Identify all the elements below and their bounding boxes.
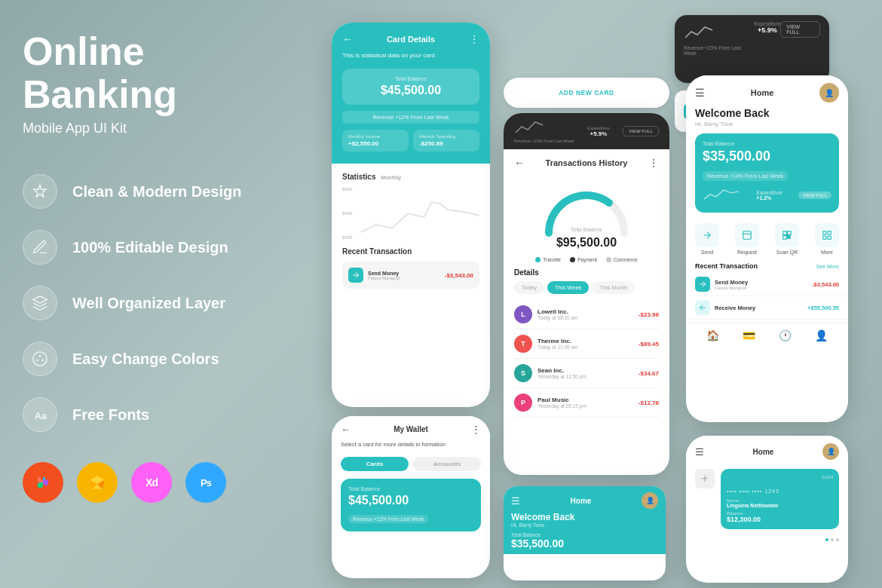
ph1-nav: ← Card Details ⋮ <box>342 33 479 45</box>
ph4-title: My Wallet <box>351 425 471 433</box>
phone1-screen: ← Card Details ⋮ This is statistical dat… <box>332 23 490 407</box>
svg-rect-18 <box>823 236 826 239</box>
svg-point-2 <box>36 360 38 362</box>
ph4-back-icon[interactable]: ← <box>341 424 351 435</box>
send-icon <box>695 223 719 247</box>
ph3-tx-receive: Receive Money +$55,500.55 <box>686 296 848 320</box>
svg-point-4 <box>41 360 44 362</box>
ph1-revenue: Revenue +12% From Last Week <box>342 111 479 124</box>
ph3-receive-tx-icon <box>695 300 710 315</box>
feature-fonts: Aa Free Fonts <box>23 397 302 432</box>
add-new-card-button[interactable]: ADD NEW CARD <box>559 89 614 96</box>
ph5-avatar: 👤 <box>642 492 658 509</box>
ph3-hi: Hi, Barry Tone <box>686 121 848 127</box>
ph3-tx-receive-info: Receive Money <box>715 305 755 311</box>
ph4-menu-icon[interactable]: ⋮ <box>471 424 481 435</box>
ph1-spending-card: Monthly Spending -$250.89 <box>413 130 479 152</box>
ph4-balance-card: Total Balance $45,500.00 Revenue +12% Fr… <box>341 479 481 531</box>
ph3-send-label: Send <box>701 250 713 255</box>
ph3-action-scanqr[interactable]: Scan QR <box>775 223 799 255</box>
main-title: Online Banking <box>23 30 302 116</box>
ph1-recent-title: Recent Transaction <box>342 247 479 256</box>
tab-today[interactable]: Today <box>514 281 544 294</box>
ph1-title: Card Details <box>353 35 469 44</box>
ph3-actions: Send Request Scan QR More <box>686 219 848 259</box>
tab-this-month[interactable]: This Month <box>592 281 635 294</box>
feature-layer-label: Well Organized Layer <box>72 295 225 312</box>
legend-payment: Payment <box>570 257 597 262</box>
ph2-tx-paul: P Paul Music Yesterday at 05:15 pm -$12.… <box>514 388 659 418</box>
ph1-back-icon[interactable]: ← <box>342 33 353 45</box>
ph6-add-btn[interactable]: + <box>695 469 715 488</box>
ph2-back-icon[interactable]: ← <box>514 157 525 169</box>
strip-view-btn[interactable]: VIEW FULL <box>780 21 820 38</box>
ph3-nav: ☰ Home 👤 <box>695 83 839 103</box>
ph1-balance-value: $45,500.00 <box>350 84 472 97</box>
ph2-strip-btn[interactable]: VIEW FULL <box>623 126 659 136</box>
ph6-avatar: 👤 <box>822 443 839 460</box>
feature-colors-label: Easy Change Colors <box>72 351 219 368</box>
ph3-nav-profile[interactable]: 👤 <box>815 329 828 341</box>
ph1-menu-icon[interactable]: ⋮ <box>469 33 479 45</box>
ph2-nav: ← Transactions History ⋮ <box>504 149 669 169</box>
ph6-nav: ☰ Home 👤 <box>695 443 839 460</box>
ph4-tab-accounts[interactable]: Accounts <box>413 457 481 471</box>
ph2-tx-therme: T Therme Inc. Today at 11:45 am -$89.45 <box>514 329 659 359</box>
tab-this-week[interactable]: This Week <box>547 281 589 294</box>
layers-icon <box>23 286 57 320</box>
ph3-nav-card[interactable]: 💳 <box>743 329 755 341</box>
ph3-tx-send-info: Send Money Fiesce Marigold <box>715 279 748 290</box>
ph2-menu-icon[interactable]: ⋮ <box>648 157 659 169</box>
ph2-tx-avatar-3: S <box>514 364 532 382</box>
ph3-send-tx-icon <box>695 277 710 292</box>
ph3-request-label: Request <box>737 250 757 255</box>
ph1-stats-title: Statistics Monthly <box>342 173 479 181</box>
ph1-income-label: Monthly Income <box>348 134 403 139</box>
ph1-balance-card: Total Balance $45,500.00 <box>342 69 479 105</box>
expenditure-label: Expenditure <box>755 21 781 26</box>
ph4-tabs: Cards Accounts <box>341 457 481 471</box>
strip-expenditure: Expenditure +5.9% <box>755 21 781 34</box>
ph2-tx-avatar-1: L <box>514 305 532 323</box>
ph2-strip-exp: Expenditure +5.9% <box>587 126 609 137</box>
ph3-menu-icon[interactable]: ☰ <box>695 87 705 99</box>
ph1-chart: $500 $400 $300 <box>342 187 479 240</box>
ph4-revenue: Revenue +12% From Last Week <box>348 515 428 523</box>
ph6-card-name: Linguina Nettlewater <box>727 503 833 508</box>
text-icon: Aa <box>23 397 57 432</box>
pen-icon <box>23 230 57 265</box>
ph1-spending-label: Monthly Spending <box>419 134 473 139</box>
feature-colors: Easy Change Colors <box>23 341 302 376</box>
ph6-dot-3 <box>836 538 839 541</box>
ph1-tx-amount: -$3,543.00 <box>445 272 473 279</box>
ph3-view-btn[interactable]: VIEW FULL <box>798 191 831 199</box>
ph5-nav: ☰ Home 👤 <box>511 492 658 509</box>
ph3-bottom-nav: 🏠 💳 🕐 👤 <box>686 323 848 348</box>
svg-point-1 <box>33 352 47 366</box>
ph3-nav-home[interactable]: 🏠 <box>706 329 719 341</box>
ph6-menu-icon[interactable]: ☰ <box>695 446 704 458</box>
ph3-action-request[interactable]: Request <box>735 223 759 255</box>
ph2-balance-label: Total Balance <box>571 227 602 232</box>
ph5-menu-icon[interactable]: ☰ <box>511 495 520 507</box>
left-panel: Online Banking Mobile App UI Kit Clean &… <box>23 30 302 503</box>
ph2-white-body: ← Transactions History ⋮ Total Balance $… <box>504 149 669 418</box>
view-full-button[interactable]: VIEW FULL <box>780 21 820 38</box>
ph2-balance-value: $95,500.00 <box>556 236 617 250</box>
ph3-revenue: Revenue +14% From Last Week <box>703 171 788 181</box>
ph3-nav-history[interactable]: 🕐 <box>779 329 792 341</box>
svg-marker-0 <box>33 296 47 303</box>
dark-strip-card: Revenue +23% From Last Week Expenditure … <box>675 15 829 83</box>
ph3-see-more[interactable]: See More <box>816 264 839 269</box>
ph3-action-send[interactable]: Send <box>695 223 719 255</box>
ph1-balance-label: Total Balance <box>350 76 472 81</box>
ph3-action-more[interactable]: More <box>815 223 839 255</box>
ph1-spending-value: -$250.89 <box>419 140 473 147</box>
ph2-tx-info-2: Therme Inc. Today at 11:45 am <box>537 338 577 350</box>
feature-editable-label: 100% Editable Design <box>72 239 228 256</box>
add-new-card-strip[interactable]: ADD NEW CARD <box>504 78 669 108</box>
ph2-tx-info-4: Paul Music Yesterday at 05:15 pm <box>537 397 586 409</box>
ph1-chart-labels: $500 $400 $300 <box>342 187 352 240</box>
ph2-tx-sean: S Sean Inc. Yesterday at 12:50 pm -$34.6… <box>514 359 659 388</box>
ph4-tab-cards[interactable]: Cards <box>341 457 409 471</box>
